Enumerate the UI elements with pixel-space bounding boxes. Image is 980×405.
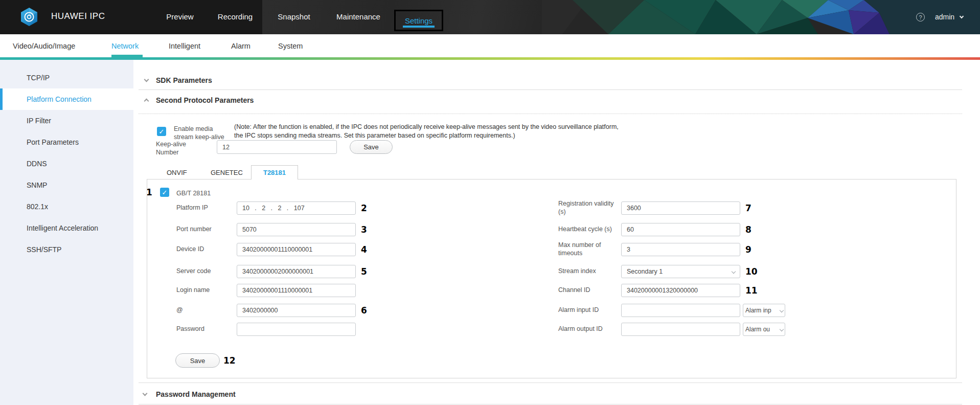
field-heartbeat-cycle: Heartbeat cycle (s) 60 8	[558, 223, 751, 236]
sidebar-item-8021x[interactable]: 802.1x	[0, 196, 133, 217]
annotation-1: 1	[146, 187, 152, 197]
password-management-title[interactable]: Password Management	[156, 390, 236, 398]
annotation-6: 6	[361, 305, 367, 316]
tab-genetec[interactable]: GENETEC	[211, 169, 243, 176]
password-mgmt-collapse-chevron-icon[interactable]	[143, 391, 148, 396]
field-device-id: Device ID 34020000001110000001 4	[176, 243, 367, 256]
sidebar-item-intelligent-acceleration[interactable]: Intelligent Acceleration	[0, 217, 133, 239]
registration-validity-input[interactable]: 3600	[621, 201, 740, 215]
polygon-art-decoration	[542, 0, 980, 34]
sidebar-item-ssh-sftp[interactable]: SSH/SFTP	[0, 239, 133, 260]
channel-id-input[interactable]: 34020000001320000000	[621, 284, 740, 297]
password-input[interactable]	[237, 323, 356, 336]
field-login-name: Login name 34020000001110000001	[176, 284, 356, 297]
gbt-save-button[interactable]: Save	[175, 353, 220, 368]
annotation-2: 2	[361, 203, 367, 213]
annotation-8: 8	[745, 224, 751, 235]
alarm-input-id-input[interactable]	[621, 304, 740, 317]
alarm-output-id-input[interactable]	[621, 323, 740, 336]
brand-title: HUAWEI IPC	[51, 11, 105, 21]
network-active-underline	[111, 55, 143, 60]
server-code-input[interactable]: 34020000002000000001	[237, 265, 356, 278]
platform-ip-value: 10 . 2 . 2 . 107	[242, 205, 305, 212]
topnav-recording[interactable]: Recording	[218, 12, 253, 21]
alarm-output-select[interactable]: Alarm ou	[743, 323, 785, 336]
stream-index-label: Stream index	[558, 267, 621, 276]
alarm-input-select-value: Alarm inp	[745, 307, 771, 314]
keepalive-save-button[interactable]: Save	[350, 140, 393, 154]
subnav-alarm[interactable]: Alarm	[231, 42, 250, 50]
field-platform-ip: Platform IP 10 . 2 . 2 . 107 2	[176, 201, 367, 215]
subnav-network[interactable]: Network	[111, 42, 139, 50]
field-registration-validity: Registration validity (s) 3600 7	[558, 201, 751, 215]
channel-id-label: Channel ID	[558, 286, 621, 295]
password-label: Password	[176, 325, 237, 333]
field-alarm-input-id: Alarm input ID Alarm inp	[558, 304, 785, 317]
platform-ip-input[interactable]: 10 . 2 . 2 . 107	[237, 201, 356, 215]
sidebar-item-ddns[interactable]: DDNS	[0, 153, 133, 174]
at-prefix-input[interactable]: 3402000000	[237, 304, 356, 317]
topnav-settings[interactable]: Settings	[405, 16, 432, 25]
annotation-3: 3	[361, 224, 367, 235]
tab-t28181[interactable]: T28181	[251, 165, 298, 179]
alarm-output-select-value: Alarm ou	[745, 326, 770, 333]
topnav-maintenance[interactable]: Maintenance	[336, 12, 380, 21]
annotation-10: 10	[745, 266, 758, 277]
annotation-11: 11	[745, 285, 758, 296]
chevron-down-icon	[732, 269, 736, 274]
enable-keepalive-checkbox[interactable]: ✓	[157, 127, 166, 136]
sidebar-item-ip-filter[interactable]: IP Filter	[0, 110, 133, 131]
field-server-code: Server code 34020000002000000001 5	[176, 265, 367, 278]
topnav-settings-highlight-box[interactable]: Settings	[394, 10, 443, 31]
sdk-collapse-chevron-icon[interactable]	[144, 77, 149, 82]
annotation-5: 5	[361, 266, 367, 277]
sidebar-item-snmp[interactable]: SNMP	[0, 174, 133, 196]
sdk-parameters-title[interactable]: SDK Parameters	[156, 76, 212, 84]
field-alarm-output-id: Alarm output ID Alarm ou	[558, 323, 785, 336]
field-channel-id: Channel ID 34020000001320000000 11	[558, 284, 758, 297]
divider	[139, 382, 962, 383]
help-icon[interactable]: ?	[916, 13, 925, 21]
topnav-preview[interactable]: Preview	[166, 12, 193, 21]
second-protocol-collapse-chevron-icon[interactable]	[144, 99, 149, 104]
subnav-intelligent[interactable]: Intelligent	[169, 42, 200, 50]
tab-onvif[interactable]: ONVIF	[167, 169, 187, 176]
device-id-label: Device ID	[176, 245, 237, 254]
sidebar-item-platform-connection[interactable]: Platform Connection	[0, 88, 133, 110]
device-id-input[interactable]: 34020000001110000001	[237, 243, 356, 256]
login-name-label: Login name	[176, 286, 237, 295]
keepalive-number-input[interactable]: 12	[217, 140, 337, 154]
field-stream-index: Stream index Secondary 1 10	[558, 265, 758, 278]
subnav-video-audio-image[interactable]: Video/Audio/Image	[13, 42, 75, 50]
annotation-7: 7	[745, 203, 751, 213]
at-prefix-label: @	[176, 306, 237, 314]
subnav-system[interactable]: System	[278, 42, 303, 50]
annotation-12: 12	[223, 355, 236, 366]
dotted-divider	[139, 114, 962, 114]
divider	[139, 89, 962, 90]
port-number-input[interactable]: 5070	[237, 223, 356, 236]
chevron-down-icon	[780, 308, 784, 312]
user-menu-admin[interactable]: admin	[935, 13, 954, 21]
settings-subnav-bar	[0, 34, 980, 57]
chevron-down-icon	[780, 327, 784, 331]
field-password: Password	[176, 323, 356, 336]
topnav-snapshot[interactable]: Snapshot	[278, 12, 310, 21]
gbt-28181-checkbox[interactable]: ✓	[160, 188, 169, 197]
stream-index-select[interactable]: Secondary 1	[621, 265, 740, 278]
max-timeouts-label: Max number of timeouts	[558, 241, 621, 257]
sidebar-item-tcpip[interactable]: TCP/IP	[0, 67, 133, 88]
heartbeat-cycle-input[interactable]: 60	[621, 223, 740, 236]
sidebar-item-port-parameters[interactable]: Port Parameters	[0, 131, 133, 153]
login-name-input[interactable]: 34020000001110000001	[237, 284, 356, 297]
alarm-input-select[interactable]: Alarm inp	[743, 304, 785, 317]
network-sidebar: TCP/IP Platform Connection IP Filter Por…	[0, 60, 133, 405]
gbt-28181-label: GB/T 28181	[176, 189, 211, 197]
annotation-9: 9	[745, 244, 751, 255]
enable-keepalive-label: Enable media stream keep-alive	[174, 125, 229, 142]
second-protocol-title[interactable]: Second Protocol Parameters	[156, 96, 254, 104]
keepalive-note-line2: the IPC stops sending media streams. Set…	[234, 131, 515, 140]
max-timeouts-input[interactable]: 3	[621, 243, 740, 256]
divider	[139, 404, 962, 404]
rainbow-divider-bar	[0, 57, 980, 60]
